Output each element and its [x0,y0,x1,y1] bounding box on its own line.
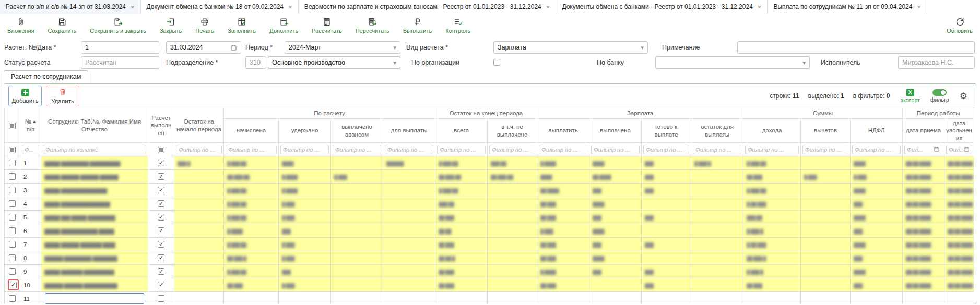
filter-paid[interactable]: Фильтр по ... [589,143,642,156]
tab-close-icon[interactable]: × [546,4,550,10]
column-header-paid-advance[interactable]: выплачено авансом [331,119,383,143]
toolbar-button-append[interactable]: Дополнить [269,17,298,34]
cell-select[interactable] [5,211,20,224]
document-tab[interactable]: Расчет по з/п и с/в № 14-зп от 31.03.202… [0,0,141,14]
cell-select[interactable] [5,156,20,170]
filter-deductions[interactable]: Фильтр по ... [801,143,851,156]
cell-calc-done[interactable] [148,251,174,265]
filter-input-for-payment[interactable]: Фильтр по ... [385,145,433,154]
filter-num[interactable]: Ф... [20,143,41,156]
calendar-icon[interactable] [963,145,970,154]
calc-number-input[interactable]: 1 [81,41,159,54]
checkbox[interactable] [158,187,164,193]
filter-input-withheld[interactable]: Фильтр по ... [280,145,329,154]
checkbox[interactable] [158,227,164,234]
filter-ndfl[interactable]: Фильтр по ... [851,143,903,156]
filter-input-opening-balance[interactable]: Фильтр по ... [176,145,222,154]
filter-balance-to-pay[interactable]: Фильтр по ... [691,143,743,156]
toolbar-button-attachments[interactable]: Вложения [7,17,34,34]
period-select[interactable]: 2024-Март ▾ [285,41,400,54]
document-tab[interactable]: Выплата по сотрудникам № 11-зп от 09.04.… [768,0,927,14]
export-button[interactable]: X экспорт [901,89,920,103]
cell-employee[interactable]: █████ ███ █████ █████████ [41,211,148,224]
checkbox[interactable] [158,173,164,180]
filter-ready-to-pay[interactable]: Фильтр по ... [642,143,691,156]
checkbox[interactable] [9,160,16,166]
checkbox[interactable] [9,187,16,193]
toolbar-button-refresh[interactable]: Обновить [947,17,973,34]
calc-type-select[interactable]: Зарплата ▾ [493,41,648,54]
filter-accrued[interactable]: Фильтр по ... [224,143,279,156]
checkbox[interactable] [9,254,16,261]
cell-calc-done[interactable] [148,238,174,251]
filter-input-ready-to-pay[interactable]: Фильтр по ... [643,145,689,154]
column-header-paid[interactable]: выплачено [589,119,642,143]
filter-input-paid[interactable]: Фильтр по ... [591,145,640,154]
add-row-button[interactable]: Добавить [8,86,42,106]
filter-input-num[interactable]: Ф... [22,145,39,154]
cell-calc-done[interactable] [148,211,174,224]
checkbox[interactable] [158,241,164,248]
filter-withheld[interactable]: Фильтр по ... [279,143,331,156]
cell-calc-done[interactable] [148,292,174,304]
column-header-for-payment[interactable]: для выплаты [383,119,435,143]
filter-incl-unpaid[interactable]: Фильтр по ... [488,143,537,156]
checkbox[interactable] [9,295,16,302]
column-header-hire-date[interactable]: дата приема [903,119,944,143]
cell-select[interactable] [5,238,20,251]
column-header-num[interactable]: №▲п/п [20,108,41,143]
cell-calc-done[interactable] [148,197,174,211]
filter-to-pay[interactable]: Фильтр по ... [537,143,589,156]
tab-close-icon[interactable]: × [758,4,762,10]
column-header-ready-to-pay[interactable]: готово к выплате [642,119,691,143]
filter-dismissal-date[interactable]: Фил... [944,143,974,156]
cell-calc-done[interactable] [148,156,174,170]
filter-input-paid-advance[interactable]: Фильтр по ... [333,145,381,154]
filter-input-hire-date[interactable]: Фил... [904,145,942,154]
checkbox[interactable] [9,268,16,275]
cell-calc-done[interactable] [148,184,174,197]
filter-input-accrued[interactable]: Фильтр по ... [226,145,277,154]
toolbar-button-calculate[interactable]: Рассчитать [312,17,341,34]
checkbox[interactable] [9,214,16,221]
filter-income[interactable]: Фильтр по ... [743,143,801,156]
toolbar-button-save[interactable]: Сохранить [48,17,77,34]
column-header-ndfl[interactable]: НДФЛ [851,119,903,143]
document-tab[interactable]: Документ обмена с банком № 18 от 09.02.2… [141,0,299,14]
tab-close-icon[interactable]: × [131,4,135,10]
cell-calc-done[interactable] [148,265,174,278]
filter-opening-balance[interactable]: Фильтр по ... [174,143,224,156]
checkbox[interactable] [9,147,16,153]
tab-close-icon[interactable]: × [917,4,921,10]
column-header-employee[interactable]: Сотрудник: Таб.№, Фамилия Имя Отчество [41,108,148,143]
column-header-withheld[interactable]: удержано [279,119,331,143]
cell-employee[interactable]: ██████ █████████ ████████ [41,251,148,265]
gear-icon[interactable]: ⚙ [960,92,967,101]
document-tab[interactable]: Документы обмена с банками - Реестр от 0… [556,0,768,14]
checkbox[interactable] [158,147,164,153]
filter-for-payment[interactable]: Фильтр по ... [383,143,435,156]
checkbox[interactable] [10,282,17,288]
cell-employee[interactable]: █████ █████████ ██████████ [41,156,148,170]
checkbox[interactable] [158,214,164,221]
checkbox[interactable] [9,200,16,207]
column-header-calc-done[interactable]: Расчет выполнен [148,108,174,143]
cell-select[interactable] [5,278,20,292]
filter-select[interactable] [5,143,20,156]
column-header-deductions[interactable]: вычетов [801,119,851,143]
cell-select[interactable] [5,292,20,304]
calc-date-input[interactable]: 31.03.2024 [166,41,241,54]
checkbox[interactable] [158,295,164,302]
toolbar-button-control[interactable]: Контроль [445,17,470,34]
delete-row-button[interactable]: Удалить [46,86,79,106]
cell-select[interactable] [5,170,20,184]
filter-input-incl-unpaid[interactable]: Фильтр по ... [489,145,535,154]
calendar-icon[interactable] [934,145,940,154]
tab-raschet-po-sotrudnikam[interactable]: Расчет по сотрудникам [4,70,88,83]
checkbox[interactable] [9,241,16,248]
cell-employee[interactable]: █████ ██████ ███████ ████ [41,238,148,251]
calendar-icon[interactable] [230,44,237,51]
filter-employee[interactable]: Фильтр по колонке [41,143,148,156]
checkbox[interactable] [9,227,16,234]
cell-calc-done[interactable] [148,224,174,238]
